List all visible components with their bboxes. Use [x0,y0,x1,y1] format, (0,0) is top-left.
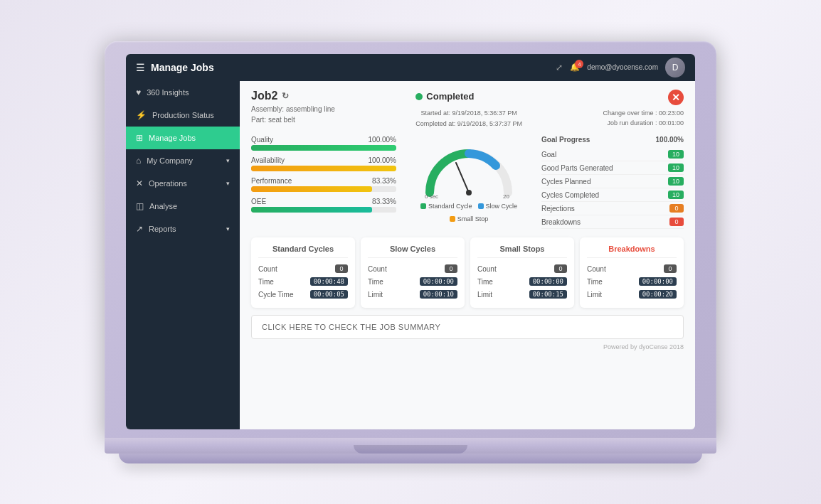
heart-icon: ♥ [136,87,141,97]
card-row-count: Count 0 [477,262,567,275]
sidebar-item-operations[interactable]: ✕ Operations ▾ [126,172,240,195]
limit-badge: 00:00:10 [420,290,457,299]
sidebar-label-reports: Reports [149,225,176,233]
svg-text:20: 20 [503,193,509,200]
lightning-icon: ⚡ [136,110,147,120]
card-title-small: Small Stops [477,245,567,258]
job-title: Job2 ↻ [251,90,335,102]
time-badge: 00:00:48 [310,277,348,286]
time-badge: 00:00:00 [420,277,457,286]
chevron-down-icon: ▾ [226,157,230,164]
metric-performance: Performance 83.33% [251,177,396,192]
card-row-time: Time 00:00:00 [587,275,677,288]
metric-value: 100.00% [369,156,396,164]
card-row-time: Time 00:00:00 [368,275,457,288]
job-title-area: Job2 ↻ Assembly: assembling line Part: s… [251,90,335,125]
metric-label: Quality [251,136,273,144]
legend-standard: Standard Cycle [420,203,472,210]
sidebar-label-company: My Company [147,156,193,165]
job-header: Job2 ↻ Assembly: assembling line Part: s… [251,90,684,129]
metric-value: 83.33% [372,177,396,185]
goal-badge-cycles-completed: 10 [668,191,684,199]
card-row-limit: Limit 00:00:15 [477,288,567,301]
footer-text: Powered by dyoCense 2018 [251,339,684,352]
time-badge: 00:00:00 [639,277,677,286]
goal-row-goal: Goal 10 [541,148,684,161]
status-badge: Completed [415,90,522,104]
gauge-chart: 0 sec 20 [419,136,519,200]
hamburger-icon[interactable]: ☰ [136,62,145,73]
summary-button[interactable]: CLICK HERE TO CHECK THE JOB SUMMARY [251,315,684,339]
app-container: ♥ 360 Insights ⚡ Production Status ⊞ Man… [126,81,695,429]
metric-label: Availability [251,156,285,164]
sidebar-label-analyse: Analyse [149,202,177,210]
expand-icon[interactable]: ⤢ [556,63,563,73]
job-subtitle: Assembly: assembling line Part: seat bel… [251,104,335,125]
count-badge: 0 [664,264,677,273]
svg-line-0 [456,163,469,193]
sidebar-item-manage[interactable]: ⊞ Manage Jobs [126,127,240,149]
metrics-gauge-section: Quality 100.00% Availability 100.00% [251,136,684,229]
card-title-slow: Slow Cycles [368,245,457,258]
metric-quality: Quality 100.00% [251,136,396,151]
notification-count: 4 [575,60,583,68]
cross-icon: ✕ [136,178,143,188]
reports-icon: ↗ [136,224,143,234]
metric-label: Performance [251,177,292,185]
legend-dot-small [450,216,455,222]
close-button[interactable]: ✕ [668,90,684,105]
home-icon: ⌂ [136,156,141,166]
laptop-foot [119,454,702,463]
goal-row-rejections: Rejections 0 [541,202,684,215]
card-row-count: Count 0 [258,262,348,275]
limit-badge: 00:00:20 [639,290,677,299]
goal-badge-rejections: 0 [669,204,684,213]
refresh-icon[interactable]: ↻ [282,91,289,101]
goal-row-cycles-planned: Cycles Planned 10 [541,175,684,188]
chart-icon: ◫ [136,201,144,211]
topbar-left: ☰ Manage Jobs [136,62,214,73]
avatar[interactable]: D [665,58,685,77]
time-badge: 00:00:00 [529,277,567,286]
cycle-time-badge: 00:00:05 [310,290,348,299]
sidebar: ♥ 360 Insights ⚡ Production Status ⊞ Man… [126,81,240,429]
main-content: Job2 ↻ Assembly: assembling line Part: s… [240,81,695,429]
notification-bell[interactable]: 🔔 4 [570,63,580,72]
count-badge: 0 [445,264,457,273]
metric-availability: Availability 100.00% [251,156,396,171]
job-duration-area: ✕ Change over time : 00:23:00 Job run du… [603,90,684,129]
cards-section: Standard Cycles Count 0 Time 00:00:48 Cy… [251,237,684,308]
laptop-wrapper: ☰ Manage Jobs ⤢ 🔔 4 demo@dyocense.com D [105,41,716,463]
card-row-count: Count 0 [368,262,457,275]
topbar: ☰ Manage Jobs ⤢ 🔔 4 demo@dyocense.com D [126,54,695,81]
goal-progress: Goal Progress 100.00% Goal 10 Good Parts… [541,136,684,229]
card-row-limit: Limit 00:00:10 [368,288,457,301]
count-badge: 0 [335,264,348,273]
chevron-down-icon-3: ▾ [226,225,230,232]
sidebar-label-operations: Operations [149,179,187,188]
legend-slow: Slow Cycle [478,203,518,210]
goal-row-breakdowns: Breakdowns 0 [541,215,684,229]
sidebar-item-insights[interactable]: ♥ 360 Insights [126,81,240,104]
count-badge: 0 [554,264,567,273]
legend-dot-standard [420,203,426,209]
metrics-bars: Quality 100.00% Availability 100.00% [251,136,396,229]
screen-bezel: ☰ Manage Jobs ⤢ 🔔 4 demo@dyocense.com D [105,41,716,438]
goal-badge-breakdowns: 0 [669,218,684,226]
card-breakdowns: Breakdowns Count 0 Time 00:00:00 Limit [580,237,684,308]
chevron-down-icon-2: ▾ [226,180,230,187]
grid-icon: ⊞ [136,133,143,143]
sidebar-item-analyse[interactable]: ◫ Analyse [126,195,240,218]
user-email: demo@dyocense.com [587,63,658,71]
limit-badge: 00:00:15 [529,290,567,299]
metric-value: 83.33% [372,198,396,205]
sidebar-label-manage: Manage Jobs [149,134,196,142]
sidebar-item-company[interactable]: ⌂ My Company ▾ [126,149,240,172]
job-duration: Change over time : 00:23:00 Job run dura… [603,108,684,129]
card-row-count: Count 0 [587,262,677,275]
goal-header: Goal Progress 100.00% [541,136,684,144]
sidebar-item-production[interactable]: ⚡ Production Status [126,104,240,127]
topbar-title: Manage Jobs [151,62,214,73]
laptop-screen: ☰ Manage Jobs ⤢ 🔔 4 demo@dyocense.com D [126,54,695,429]
sidebar-item-reports[interactable]: ↗ Reports ▾ [126,218,240,240]
